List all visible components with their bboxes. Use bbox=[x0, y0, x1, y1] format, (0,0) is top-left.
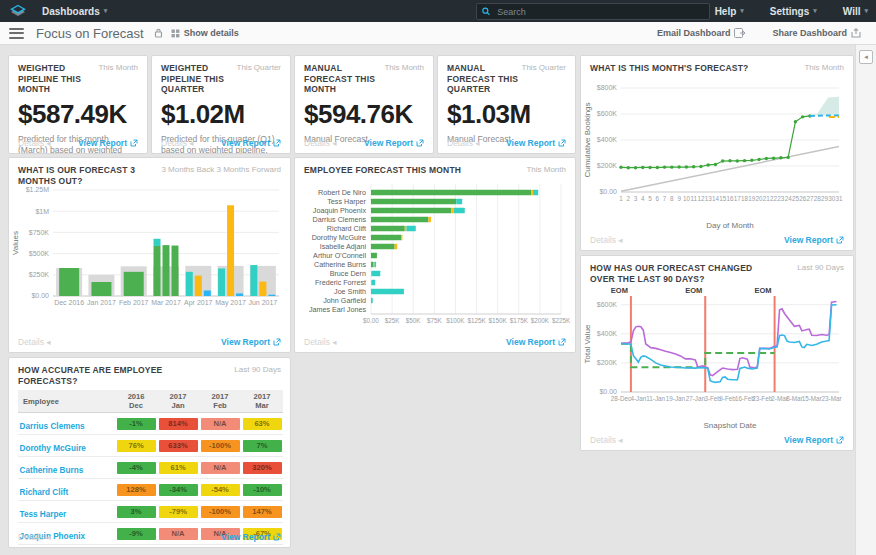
menu-help[interactable]: Help ▾ bbox=[715, 6, 744, 17]
svg-text:EOM: EOM bbox=[611, 286, 628, 295]
view-report-link[interactable]: View Report bbox=[221, 337, 281, 347]
accuracy-cell[interactable]: 3% bbox=[115, 501, 157, 523]
column-header[interactable]: 2017Mar bbox=[241, 390, 283, 413]
accuracy-cell[interactable]: N/A bbox=[199, 413, 241, 435]
employee-link[interactable]: Catherine Burns bbox=[20, 466, 84, 475]
accuracy-cell[interactable]: 76% bbox=[115, 435, 157, 457]
svg-text:$600K: $600K bbox=[597, 301, 618, 308]
ninety-days-chart-canvas[interactable]: $0.00$200K$400K$600K28-Dec4-Jan11-Jan19-… bbox=[581, 280, 853, 436]
details-toggle[interactable]: Details ◂ bbox=[161, 138, 194, 148]
accuracy-cell[interactable]: 7% bbox=[241, 435, 283, 457]
accuracy-cell[interactable]: -10% bbox=[241, 479, 283, 501]
svg-text:11: 11 bbox=[690, 195, 697, 202]
accuracy-cell[interactable]: -34% bbox=[157, 479, 199, 501]
svg-text:27-Jan: 27-Jan bbox=[686, 395, 706, 402]
month-forecast-chart-canvas[interactable]: $0.00$200K$400K$600K$800K123456789101112… bbox=[581, 80, 853, 236]
accuracy-cell[interactable]: 6% bbox=[241, 545, 283, 548]
kpi-value: $594.76K bbox=[295, 95, 433, 130]
chart-card-three-months: WHAT IS OUR FORECAST 3 MONTHS OUT? 3 Mon… bbox=[8, 157, 291, 353]
chart-title: EMPLOYEE FORECAST THIS MONTH bbox=[304, 165, 461, 176]
view-report-link[interactable]: View Report bbox=[784, 235, 844, 245]
view-report-link[interactable]: View Report bbox=[506, 138, 566, 148]
email-dashboard-button[interactable]: Email Dashboard bbox=[657, 28, 747, 38]
employee-link[interactable]: Tess Harper bbox=[20, 510, 67, 519]
column-header[interactable]: Employee bbox=[18, 390, 115, 413]
chart-card-ninety-days: HOW HAS OUR FORECAST CHANGED OVER THE LA… bbox=[580, 255, 854, 451]
accuracy-cell[interactable]: -100% bbox=[199, 545, 241, 548]
chart-context: This Month bbox=[526, 165, 566, 174]
kpi-value: $1.02M bbox=[152, 95, 290, 130]
accuracy-cell[interactable]: 63% bbox=[241, 413, 283, 435]
svg-text:5: 5 bbox=[648, 195, 652, 202]
accuracy-cell[interactable]: -100% bbox=[199, 501, 241, 523]
accuracy-cell[interactable]: 61% bbox=[157, 457, 199, 479]
search-box[interactable] bbox=[476, 3, 710, 20]
svg-text:8: 8 bbox=[670, 195, 674, 202]
accuracy-cell[interactable]: -1% bbox=[115, 413, 157, 435]
view-report-link[interactable]: View Report bbox=[784, 435, 844, 445]
employee-link[interactable]: Richard Clift bbox=[20, 488, 69, 497]
svg-text:$200K: $200K bbox=[597, 162, 618, 169]
column-header[interactable]: 2016Dec bbox=[115, 390, 157, 413]
chart-svg: $0.00$250K$500K$750K$1M$1.25MDec 2016Jan… bbox=[9, 182, 290, 334]
details-toggle[interactable]: Details ◂ bbox=[590, 435, 623, 445]
search-input[interactable] bbox=[495, 6, 704, 18]
accuracy-cell[interactable]: N/A bbox=[199, 457, 241, 479]
svg-text:Joe Smith: Joe Smith bbox=[334, 287, 366, 296]
accuracy-cell[interactable]: -4% bbox=[115, 457, 157, 479]
employee-link[interactable]: Dorothy McGuire bbox=[20, 444, 86, 453]
column-header[interactable]: 2017Jan bbox=[157, 390, 199, 413]
svg-text:Snapshot Date: Snapshot Date bbox=[704, 421, 757, 430]
table-row: Tess Harper3%-79%-100%147% bbox=[18, 501, 283, 523]
accuracy-cell[interactable]: -42% bbox=[157, 545, 199, 548]
share-dashboard-label: Share Dashboard bbox=[772, 28, 847, 38]
svg-text:$1.25M: $1.25M bbox=[26, 186, 50, 193]
scrollbar-track[interactable]: ◂ bbox=[855, 45, 876, 555]
accuracy-cell[interactable]: 128% bbox=[115, 479, 157, 501]
view-report-link[interactable]: View Report bbox=[506, 337, 566, 347]
view-report-link[interactable]: View Report bbox=[221, 532, 281, 542]
menu-settings-label: Settings bbox=[770, 6, 809, 17]
svg-text:$175K: $175K bbox=[510, 317, 529, 324]
looker-logo-icon[interactable] bbox=[0, 0, 36, 22]
view-report-link[interactable]: View Report bbox=[364, 138, 424, 148]
share-dashboard-button[interactable]: Share Dashboard bbox=[772, 28, 862, 38]
view-report-link[interactable]: View Report bbox=[221, 138, 281, 148]
accuracy-cell[interactable]: 320% bbox=[241, 457, 283, 479]
details-toggle[interactable]: Details ◂ bbox=[447, 138, 480, 148]
hamburger-menu-icon[interactable] bbox=[9, 28, 24, 39]
menu-settings[interactable]: Settings ▾ bbox=[770, 6, 817, 17]
external-link-icon bbox=[558, 338, 566, 346]
details-toggle[interactable]: Details ◂ bbox=[18, 337, 51, 347]
kpi-value: $587.49K bbox=[9, 95, 147, 130]
details-toggle[interactable]: Details ◂ bbox=[18, 532, 51, 542]
svg-text:Tess Harper: Tess Harper bbox=[327, 197, 366, 206]
accuracy-cell[interactable]: 814% bbox=[157, 413, 199, 435]
view-report-link[interactable]: View Report bbox=[78, 138, 138, 148]
nav-dashboards[interactable]: Dashboards ▾ bbox=[42, 6, 107, 17]
accuracy-cell[interactable]: -79% bbox=[157, 501, 199, 523]
accuracy-cell[interactable]: -100% bbox=[199, 435, 241, 457]
kpi-card-weighted-pipeline-quarter: WEIGHTED PIPELINE THIS QUARTER This Quar… bbox=[151, 55, 291, 154]
column-header[interactable]: 2017Feb bbox=[199, 390, 241, 413]
accuracy-cell[interactable]: 147% bbox=[241, 501, 283, 523]
employee-link[interactable]: Darrius Clemens bbox=[20, 422, 85, 431]
svg-text:Richard Clift: Richard Clift bbox=[327, 224, 366, 233]
svg-text:23-Feb: 23-Feb bbox=[752, 395, 772, 402]
chart-title: WHAT IS THIS MONTH'S FORECAST? bbox=[590, 63, 749, 74]
three-months-chart-canvas[interactable]: $0.00$250K$500K$750K$1M$1.25MDec 2016Jan… bbox=[9, 182, 290, 338]
employee-forecast-chart-canvas[interactable]: $0.00$25K$50K$75K$100K$125K$150K$175K$20… bbox=[295, 182, 575, 338]
details-toggle[interactable]: Details ◂ bbox=[304, 337, 337, 347]
svg-text:Mar 2017: Mar 2017 bbox=[151, 299, 181, 306]
table-row: Richard Clift128%-34%-54%-10% bbox=[18, 479, 283, 501]
svg-text:$150K: $150K bbox=[489, 317, 508, 324]
accuracy-cell[interactable]: -20% bbox=[115, 545, 157, 548]
details-toggle[interactable]: Details ◂ bbox=[590, 235, 623, 245]
accuracy-cell[interactable]: -54% bbox=[199, 479, 241, 501]
menu-user[interactable]: Will ▾ bbox=[843, 6, 868, 17]
details-toggle[interactable]: Details ◂ bbox=[18, 138, 51, 148]
accuracy-cell[interactable]: 633% bbox=[157, 435, 199, 457]
collapse-panel-button[interactable]: ◂ bbox=[859, 50, 873, 64]
show-details-button[interactable]: Show details bbox=[171, 28, 239, 38]
details-toggle[interactable]: Details ◂ bbox=[304, 138, 337, 148]
